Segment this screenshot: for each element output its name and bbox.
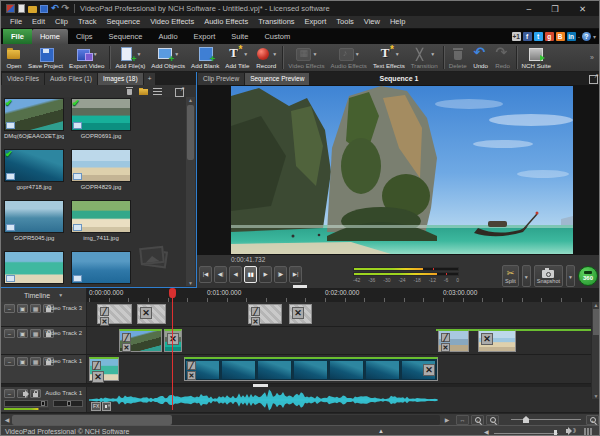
zoom-in-button[interactable]: +: [586, 415, 599, 425]
effects-badge-icon[interactable]: ✕: [481, 333, 493, 345]
track-lane-video-track-2[interactable]: ╱✕✕╱✕✕: [87, 327, 599, 354]
preview-tab-sequence-preview[interactable]: Sequence Preview: [245, 73, 309, 85]
media-item[interactable]: [4, 251, 64, 287]
timeline-clip[interactable]: ✕: [137, 304, 166, 324]
menu-export[interactable]: Export: [300, 16, 332, 28]
menu-transitions[interactable]: Transitions: [253, 16, 299, 28]
effects-badge-icon[interactable]: ✕: [140, 307, 152, 319]
timeline-clip[interactable]: ╱✕: [119, 329, 162, 352]
collapse-track-button[interactable]: −: [4, 329, 15, 338]
menu-sequence[interactable]: Sequence: [101, 16, 145, 28]
minimize-button[interactable]: –: [527, 4, 532, 14]
scrollbar-thumb[interactable]: [12, 415, 172, 425]
timeline-ruler[interactable]: 0:00:00.0000:01:00.0000:02:00.0000:03:00…: [87, 288, 599, 302]
preview-360-button[interactable]: 360: [578, 266, 598, 286]
slider-thumb[interactable]: [67, 401, 71, 406]
track-motion-button[interactable]: ▣: [17, 357, 28, 366]
dropdown-caret-icon[interactable]: ▼: [174, 51, 179, 57]
media-thumbnail[interactable]: ✔: [71, 98, 131, 131]
twitter-icon[interactable]: t: [534, 32, 543, 41]
media-tab-audio-files-1[interactable]: Audio Files (1): [45, 73, 97, 85]
list-view-icon[interactable]: [153, 87, 162, 96]
track-motion-button[interactable]: ▣: [17, 304, 28, 313]
save-project-icon[interactable]: [40, 5, 48, 13]
playhead-marker[interactable]: [169, 288, 176, 298]
zoom-out-button[interactable]: -: [486, 415, 499, 425]
split-options-caret[interactable]: ▼: [522, 265, 531, 287]
effects-badge-icon[interactable]: ✕: [100, 317, 109, 326]
media-tab-images-18[interactable]: Images (18): [98, 73, 143, 85]
menu-view[interactable]: View: [359, 16, 385, 28]
play-reverse-button[interactable]: ◀: [229, 266, 242, 283]
detach-preview-icon[interactable]: [589, 74, 598, 83]
blog-icon[interactable]: B: [556, 32, 565, 41]
save-project-button[interactable]: Save Project: [25, 44, 66, 71]
scroll-left-button[interactable]: ◀: [2, 415, 12, 425]
help-icon[interactable]: ?: [582, 32, 591, 41]
menu-audio-effects[interactable]: Audio Effects: [199, 16, 253, 28]
timeline-clip[interactable]: ╱✕: [438, 329, 469, 352]
nch-suite-button[interactable]: NCH Suite: [519, 44, 554, 71]
close-button[interactable]: ✕: [579, 4, 586, 14]
media-item[interactable]: GOPR4829.jpg: [71, 149, 131, 200]
add-objects-button[interactable]: ▼Add Objects: [148, 44, 188, 71]
track-volume-slider[interactable]: [4, 400, 48, 407]
split-button[interactable]: ✂ Split: [502, 265, 519, 287]
timeline-clip[interactable]: ╱✕✕: [184, 357, 438, 381]
track-grid-button[interactable]: ▦: [30, 357, 41, 366]
new-project-icon[interactable]: [18, 4, 25, 13]
track-grid-button[interactable]: ▦: [30, 329, 41, 338]
delete-media-icon[interactable]: [125, 87, 134, 96]
record-button[interactable]: ▼Record: [252, 44, 280, 71]
timeline-mode-dropdown[interactable]: Timeline▼: [1, 288, 87, 302]
add-blank-button[interactable]: Add Blank: [188, 44, 222, 71]
import-media-icon[interactable]: [139, 87, 148, 96]
collapse-track-button[interactable]: −: [4, 389, 15, 398]
dropdown-caret-icon[interactable]: ▼: [395, 51, 400, 57]
volume-down-icon[interactable]: ◀: [484, 428, 489, 435]
media-thumbnail[interactable]: [71, 149, 131, 182]
add-title-button[interactable]: ▼Add Title: [222, 44, 252, 71]
pan-zoom-badge-icon[interactable]: ╱: [92, 361, 101, 370]
track-pan-slider[interactable]: [53, 400, 83, 407]
media-item[interactable]: img_7411.jpg: [71, 200, 131, 251]
media-item[interactable]: ✔DMq(6OjEAAO2ET.jpg: [4, 98, 64, 149]
ribbon-tab-export[interactable]: Export: [186, 29, 224, 44]
effects-badge-icon[interactable]: ✕: [423, 364, 435, 376]
menu-edit[interactable]: Edit: [27, 16, 50, 28]
open-project-icon[interactable]: [28, 6, 37, 13]
track-lane-video-track-1[interactable]: ╱✕╱✕✕: [87, 355, 599, 383]
dropdown-caret-icon[interactable]: ▼: [93, 51, 98, 57]
ribbon-tab-file[interactable]: File: [3, 29, 32, 44]
snapshot-options-caret[interactable]: ▼: [566, 265, 575, 287]
video-frame[interactable]: [231, 86, 573, 254]
collapse-track-button[interactable]: −: [4, 357, 15, 366]
media-tab-item[interactable]: +: [144, 73, 156, 85]
volume-slider[interactable]: [494, 433, 558, 434]
menu-tools[interactable]: Tools: [331, 16, 359, 28]
undo-button[interactable]: Undo: [470, 44, 492, 71]
track-motion-button[interactable]: ▣: [17, 329, 28, 338]
timeline-clip[interactable]: ✕: [164, 329, 182, 352]
status-arrow-icon[interactable]: ▲: [378, 428, 384, 434]
ribbon-tab-sequence[interactable]: Sequence: [101, 29, 151, 44]
effects-badge-icon[interactable]: ✕: [187, 371, 196, 380]
effects-badge-icon[interactable]: ✕: [251, 317, 260, 326]
media-thumbnail[interactable]: ✔: [4, 149, 64, 182]
panel-splitter-handle[interactable]: [293, 285, 307, 288]
quick-redo-icon[interactable]: ↷: [62, 4, 70, 13]
snapshot-button[interactable]: Snapshot: [534, 265, 563, 287]
collapse-track-button[interactable]: −: [4, 304, 15, 313]
timeline-clip[interactable]: ✕: [289, 304, 312, 324]
media-item[interactable]: GOPR5045.jpg: [4, 200, 64, 251]
like-icon[interactable]: +1: [512, 32, 521, 41]
menu-file[interactable]: File: [5, 16, 27, 28]
timeline-clip[interactable]: ✕: [478, 329, 516, 352]
fit-timeline-button[interactable]: ↔: [456, 415, 469, 425]
media-thumbnail[interactable]: [71, 200, 131, 233]
previous-frame-button[interactable]: ◀|: [214, 266, 227, 283]
effects-badge-icon[interactable]: ✕: [92, 371, 104, 383]
play-button[interactable]: ▶: [259, 266, 272, 283]
maximize-button[interactable]: ❒: [551, 4, 559, 14]
pan-zoom-badge-icon[interactable]: ╱: [441, 333, 450, 342]
